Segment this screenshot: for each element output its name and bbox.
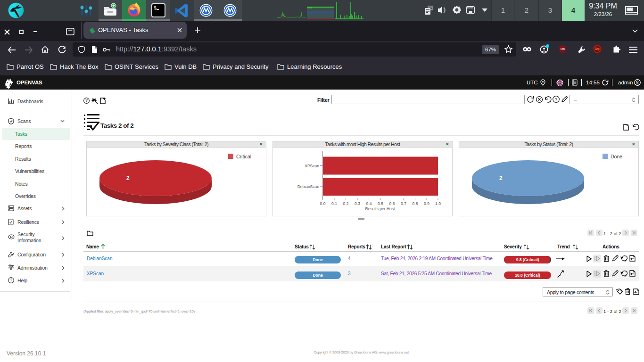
svg-text:0.0: 0.0 [320,201,326,206]
svg-text:0.9: 0.9 [424,201,429,206]
svg-text:0.3: 0.3 [355,201,360,206]
svg-text:0.1: 0.1 [331,201,337,206]
svg-text:1.0: 1.0 [435,201,441,206]
svg-text:0.2: 0.2 [343,201,349,206]
svg-text:0.4: 0.4 [366,201,372,206]
svg-text:0.6: 0.6 [389,201,395,206]
svg-text:0.5: 0.5 [378,201,383,206]
svg-text:UO: UO [561,48,565,50]
svg-text:?: ? [85,98,88,103]
svg-text:XPScan: XPScan [305,164,319,168]
svg-text:?: ? [10,278,12,282]
svg-text:$: $ [154,6,157,11]
svg-text:?: ? [555,97,557,102]
svg-text:2: 2 [126,175,130,181]
svg-text:0.7: 0.7 [401,201,406,206]
svg-text:Critical: Critical [236,154,251,159]
svg-text:0.8: 0.8 [413,201,418,206]
svg-text:2: 2 [499,175,503,181]
svg-text:Done: Done [611,154,622,159]
svg-text:Results per Host: Results per Host [365,206,395,211]
svg-text:DebianScan: DebianScan [297,184,320,189]
